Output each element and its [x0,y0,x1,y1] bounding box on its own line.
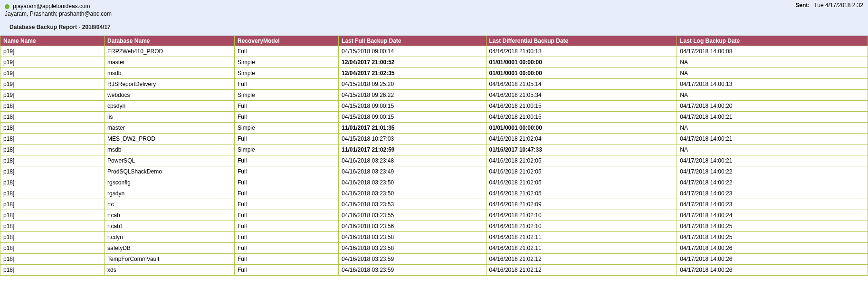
cell: rtcab1 [105,221,235,232]
cell: p19] [0,57,105,68]
recipients-line: Jayaram, Prashanth; prashanth@abc.com [5,10,863,17]
sent-meta: Sent: Tue 4/17/2018 2:32 [795,2,863,9]
cell: 04/16/2018 21:02:12 [486,265,677,276]
cell: 04/15/2018 09:00:15 [339,112,486,123]
cell: 01/01/0001 00:00:00 [486,123,677,134]
cell: 04/17/2018 14:00:23 [677,188,868,199]
cell: 01/01/0001 00:00:00 [486,57,677,68]
cell: p18] [0,177,105,188]
cell: 04/15/2018 09:25:20 [339,79,486,90]
cell: 04/16/2018 21:00:15 [486,101,677,112]
cell: Full [235,210,339,221]
cell: Simple [235,123,339,134]
cell: 04/16/2018 03:23:58 [339,243,486,254]
cell: 04/16/2018 03:23:58 [339,232,486,243]
sent-value: Tue 4/17/2018 2:32 [814,2,863,9]
cell: Simple [235,90,339,101]
table-row: p19]webdocsSimple04/15/2018 09:26:2204/1… [0,90,868,101]
cell: p18] [0,243,105,254]
cell: p19] [0,46,105,57]
cell: 04/17/2018 14:00:08 [677,46,868,57]
cell: Full [235,101,339,112]
cell: 11/01/2017 21:01:35 [339,123,486,134]
cell: Full [235,134,339,144]
cell: p19] [0,68,105,79]
cell: 04/17/2018 14:00:25 [677,232,868,243]
table-row: p18]rgsconfigFull04/16/2018 03:23:5004/1… [0,177,868,188]
cell: 04/16/2018 03:23:49 [339,166,486,177]
cell: NA [677,144,868,155]
table-row: p18]rtcab1Full04/16/2018 03:23:5604/16/2… [0,221,868,232]
cell: Simple [235,57,339,68]
cell: 04/16/2018 21:02:09 [486,199,677,210]
cell: 04/17/2018 14:00:21 [677,112,868,123]
cell: p18] [0,134,105,144]
cell: Simple [235,68,339,79]
cell: 04/17/2018 14:00:22 [677,177,868,188]
table-row: p18]PowerSQLFull04/16/2018 03:23:4804/16… [0,155,868,166]
cell: p18] [0,101,105,112]
cell: xds [105,265,235,276]
cell: 04/17/2018 14:00:26 [677,265,868,276]
cell: RJSReportDelivery [105,79,235,90]
cell: 04/17/2018 14:00:26 [677,254,868,265]
cell: 04/16/2018 21:02:12 [486,254,677,265]
table-row: p18]masterSimple11/01/2017 21:01:3501/01… [0,123,868,134]
cell: Full [235,188,339,199]
sent-label: Sent: [795,2,810,9]
cell: Full [235,243,339,254]
cell: Full [235,199,339,210]
table-row: p18]ProdSQLShackDemoFull04/16/2018 03:23… [0,166,868,177]
cell: NA [677,57,868,68]
cell: p18] [0,254,105,265]
cell: 04/17/2018 14:00:21 [677,155,868,166]
col-header-1: Database Name [105,36,235,46]
cell: Full [235,265,339,276]
cell: NA [677,90,868,101]
cell: rgsconfig [105,177,235,188]
cell: p18] [0,221,105,232]
cell: 04/16/2018 21:02:10 [486,210,677,221]
cell: 01/01/0001 00:00:00 [486,68,677,79]
cell: 04/17/2018 14:00:13 [677,79,868,90]
cell: rgsdyn [105,188,235,199]
cell: 04/15/2018 09:26:22 [339,90,486,101]
cell: 04/17/2018 14:00:20 [677,101,868,112]
table-row: p18]rtcabFull04/16/2018 03:23:5504/16/20… [0,210,868,221]
cell: p19] [0,79,105,90]
cell: 04/17/2018 14:00:22 [677,166,868,177]
cell: 04/15/2018 09:00:14 [339,46,486,57]
cell: 04/17/2018 14:00:24 [677,210,868,221]
col-header-2: RecoveryModel [235,36,339,46]
backup-report-table: Name NameDatabase NameRecoveryModelLast … [0,36,868,276]
table-row: p19]RJSReportDeliveryFull04/15/2018 09:2… [0,79,868,90]
cell: 12/04/2017 21:00:52 [339,57,486,68]
cell: 01/16/2017 10:47:33 [486,144,677,155]
cell: master [105,57,235,68]
cell: 11/01/2017 21:02:59 [339,144,486,155]
cell: p18] [0,123,105,134]
cell: 04/16/2018 03:23:53 [339,199,486,210]
cell: 04/16/2018 21:02:05 [486,188,677,199]
cell: MES_DW2_PROD [105,134,235,144]
cell: Full [235,177,339,188]
cell: 04/17/2018 14:00:23 [677,199,868,210]
cell: Full [235,221,339,232]
cell: rtc [105,199,235,210]
cell: p18] [0,265,105,276]
col-header-3: Last Full Backup Date [339,36,486,46]
cell: 04/16/2018 03:23:50 [339,177,486,188]
table-row: p18]safetyDBFull04/16/2018 03:23:5804/16… [0,243,868,254]
cell: Full [235,79,339,90]
cell: lis [105,112,235,123]
presence-icon [5,4,10,9]
cell: NA [677,123,868,134]
sender-line: pjayaram@appletonideas.com [5,3,863,10]
cell: 12/04/2017 21:02:35 [339,68,486,79]
cell: 04/16/2018 03:23:50 [339,188,486,199]
cell: 04/16/2018 21:02:05 [486,177,677,188]
cell: cpsdyn [105,101,235,112]
cell: 04/15/2018 10:27:03 [339,134,486,144]
cell: Full [235,46,339,57]
table-row: p18]TempForCommVaultFull04/16/2018 03:23… [0,254,868,265]
